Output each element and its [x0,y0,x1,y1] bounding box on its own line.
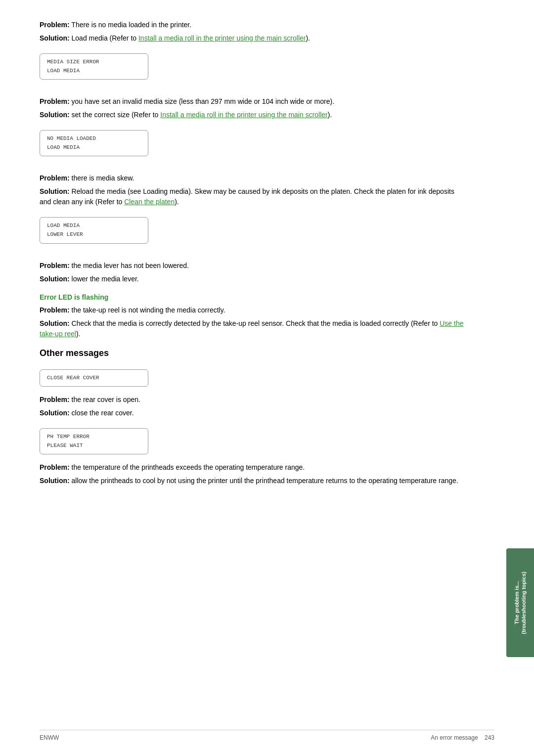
page-number: 243 [485,734,494,741]
problem-text-ph-temp: the temperature of the printheads exceed… [70,463,305,471]
side-tab-text: The problem is...(troubleshooting topics… [513,572,528,634]
solution-label-1: Solution: [40,34,70,42]
message-box-ph-temp: PH TEMP ERROR PLEASE WAIT [40,428,148,454]
msg-line-2-2: LOAD MEDIA [47,143,141,152]
message-box-3: LOAD MEDIA LOWER LEVER [40,217,148,243]
solution-ph-temp: Solution: allow the printheads to cool b… [40,476,465,486]
msg-line-3-2: LOWER LEVER [47,230,141,239]
problem-text-close-rear: the rear cover is open. [70,396,140,403]
problem-text-1: There is no media loaded in the printer. [70,21,191,29]
error-led-heading: Error LED is flashing [40,293,465,301]
other-messages-heading: Other messages [40,348,465,358]
solution-4: Solution: lower the media lever. [40,274,465,284]
solution-text-2: set the correct size (Refer to [70,111,161,119]
msg-line-1-2: LOAD MEDIA [47,67,141,76]
problem-label-1: Problem: [40,21,70,29]
solution-text-ph-temp: allow the printheads to cool by not usin… [70,477,458,485]
footer-right: An error message 243 [431,734,494,741]
msg-line-1-1: MEDIA SIZE ERROR [47,58,141,67]
solution-led: Solution: Check that the media is correc… [40,318,465,339]
problem-label-ph-temp: Problem: [40,463,70,471]
message-box-2: NO MEDIA LOADED LOAD MEDIA [40,130,148,156]
problem-led: Problem: the take-up reel is not winding… [40,305,465,315]
solution-2: Solution: set the correct size (Refer to… [40,110,465,120]
problem-label-3: Problem: [40,174,70,182]
solution-link-1[interactable]: Install a media roll in the printer usin… [138,34,306,42]
problem-4: Problem: the media lever has not been lo… [40,261,465,271]
solution-text-close-rear: close the rear cover. [70,409,134,417]
msg-ph-temp-1: PH TEMP ERROR [47,433,141,442]
problem-label-4: Problem: [40,262,70,269]
solution-3: Solution: Reload the media (see Loading … [40,186,465,207]
footer-left: ENWW [40,734,59,741]
problem-label-close-rear: Problem: [40,396,70,403]
solution-1: Solution: Load media (Refer to Install a… [40,33,465,44]
solution-link-2[interactable]: Install a media roll in the printer usin… [160,111,328,119]
problem-label-2: Problem: [40,97,70,105]
message-box-1: MEDIA SIZE ERROR LOAD MEDIA [40,53,148,80]
solution-label-4: Solution: [40,275,70,283]
problem-3: Problem: there is media skew. [40,173,465,183]
message-box-close-rear: CLOSE REAR COVER [40,369,148,387]
solution-label-ph-temp: Solution: [40,477,70,485]
solution-label-3: Solution: [40,187,70,195]
side-tab: The problem is...(troubleshooting topics… [506,548,534,657]
solution-label-led: Solution: [40,319,70,327]
footer: ENWW An error message 243 [40,730,494,741]
msg-ph-temp-2: PLEASE WAIT [47,442,141,450]
problem-text-3: there is media skew. [70,174,134,182]
problem-text-4: the media lever has not been lowered. [70,262,189,269]
solution-text-4: lower the media lever. [70,275,139,283]
problem-close-rear: Problem: the rear cover is open. [40,395,465,405]
msg-close-rear: CLOSE REAR COVER [47,374,141,383]
problem-2: Problem: you have set an invalid media s… [40,96,465,107]
problem-ph-temp: Problem: the temperature of the printhea… [40,462,465,473]
msg-line-3-1: LOAD MEDIA [47,222,141,230]
solution-link-3[interactable]: Clean the platen [124,198,175,206]
solution-label-close-rear: Solution: [40,409,70,417]
solution-label-2: Solution: [40,111,70,119]
solution-text-1: Load media (Refer to [70,34,138,42]
problem-label-led: Problem: [40,306,70,314]
problem-1: Problem: There is no media loaded in the… [40,20,465,30]
problem-text-led: the take-up reel is not winding the medi… [70,306,225,314]
problem-text-2: you have set an invalid media size (less… [70,97,334,105]
solution-close-rear: Solution: close the rear cover. [40,408,465,418]
msg-line-2-1: NO MEDIA LOADED [47,134,141,143]
